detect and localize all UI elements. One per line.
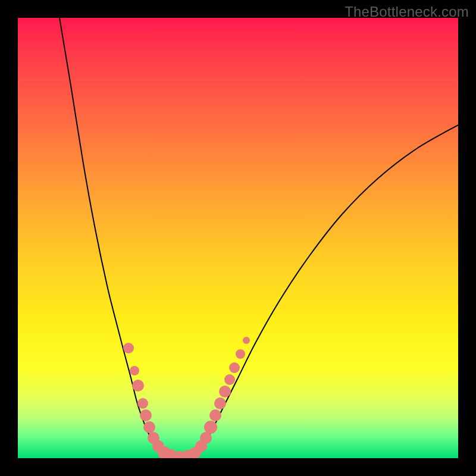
data-dot — [148, 432, 159, 444]
data-dot — [152, 440, 164, 452]
chart-plot-area — [18, 18, 458, 458]
data-dot — [140, 409, 152, 421]
data-dot — [219, 386, 231, 397]
data-dot — [214, 397, 226, 409]
data-dot — [189, 447, 201, 458]
data-dot — [182, 450, 194, 458]
data-dot — [224, 374, 235, 385]
data-dot — [174, 451, 186, 458]
data-dot — [143, 421, 155, 433]
data-dot — [195, 440, 207, 452]
bottleneck-curve — [60, 18, 458, 457]
data-dot — [204, 421, 217, 434]
chart-svg — [18, 18, 458, 458]
data-dot — [132, 380, 144, 392]
data-dots-group — [123, 337, 250, 458]
data-dot — [158, 446, 171, 458]
data-dot — [229, 362, 240, 373]
data-dot — [209, 409, 221, 421]
outer-frame: TheBottleneck.com — [0, 0, 476, 476]
data-dot — [165, 449, 177, 458]
data-dot — [130, 366, 139, 375]
data-dot — [236, 349, 245, 359]
data-dot — [243, 337, 250, 344]
data-dot — [137, 398, 148, 409]
data-dot — [200, 432, 212, 444]
data-dot — [123, 343, 134, 353]
